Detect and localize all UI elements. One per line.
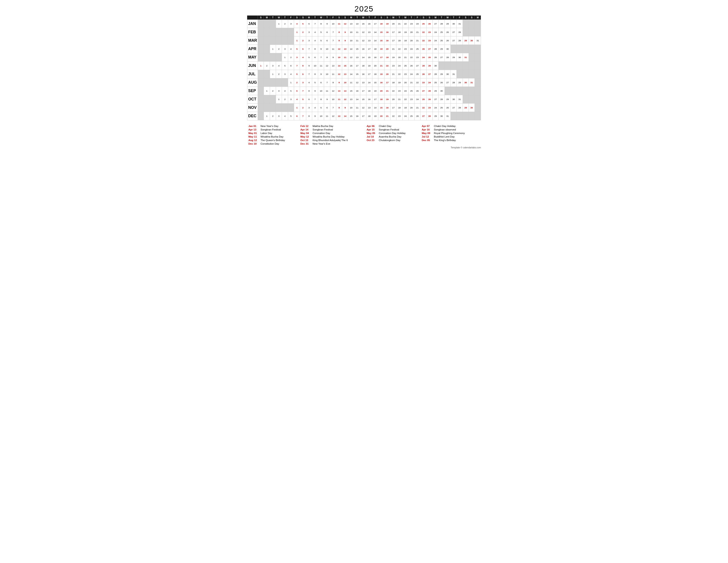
empty-cell xyxy=(463,20,469,28)
day-cell-jun-3: 3 xyxy=(270,62,276,70)
day-cell-may-5: 5 xyxy=(306,53,312,62)
empty-cell xyxy=(457,112,463,120)
day-cell-may-16: 16 xyxy=(372,53,378,62)
day-cell-jun-14: 14 xyxy=(336,62,342,70)
day-cell-sep-19: 19 xyxy=(372,87,378,95)
empty-cell xyxy=(475,70,481,78)
day-cell-feb-2: 2 xyxy=(300,28,306,36)
header-dow-25: T xyxy=(408,16,414,20)
day-cell-jun-13: 13 xyxy=(330,62,336,70)
month-label-oct: OCT xyxy=(247,95,258,103)
day-cell-jun-24: 24 xyxy=(396,62,402,70)
day-cell-oct-26: 26 xyxy=(426,95,432,103)
header-dow-2: T xyxy=(270,16,276,20)
day-cell-oct-1: 1 xyxy=(276,95,282,103)
day-cell-may-30: 30 xyxy=(457,53,463,62)
holidays-table: Jan 01New Year's DayFeb 12Makha Bucha Da… xyxy=(247,124,481,145)
day-cell-feb-28: 28 xyxy=(457,28,463,36)
empty-cell xyxy=(463,70,469,78)
day-cell-nov-13: 13 xyxy=(366,103,372,112)
day-cell-sep-20: 20 xyxy=(378,87,384,95)
empty-cell xyxy=(258,20,264,28)
day-cell-sep-16: 16 xyxy=(354,87,360,95)
month-label-apr: APR xyxy=(247,45,258,53)
day-cell-apr-29: 29 xyxy=(439,45,445,53)
day-cell-oct-22: 22 xyxy=(402,95,408,103)
month-row-dec: DEC1234567891011121314151617181920212223… xyxy=(247,112,481,120)
day-cell-feb-6: 6 xyxy=(324,28,330,36)
day-cell-apr-7: 7 xyxy=(306,45,312,53)
empty-cell xyxy=(264,28,270,36)
day-cell-oct-20: 20 xyxy=(390,95,396,103)
day-cell-aug-2: 2 xyxy=(294,78,300,87)
day-cell-may-1: 1 xyxy=(282,53,288,62)
day-cell-apr-15: 15 xyxy=(354,45,360,53)
empty-cell xyxy=(270,95,276,103)
month-row-jun: JUN1234567891011121314151617181920212223… xyxy=(247,62,481,70)
day-cell-mar-25: 25 xyxy=(439,36,445,45)
header-dow-36: M xyxy=(475,16,481,20)
day-cell-jul-16: 16 xyxy=(360,70,366,78)
day-cell-apr-25: 25 xyxy=(415,45,420,53)
day-cell-oct-28: 28 xyxy=(439,95,445,103)
day-cell-dec-25: 25 xyxy=(408,112,414,120)
holiday-date: Dec 31 xyxy=(299,142,311,145)
day-cell-apr-6: 6 xyxy=(300,45,306,53)
month-label-aug: AUG xyxy=(247,78,258,87)
day-cell-jul-10: 10 xyxy=(324,70,330,78)
day-cell-aug-25: 25 xyxy=(433,78,439,87)
day-cell-jul-31: 31 xyxy=(451,70,457,78)
day-cell-apr-9: 9 xyxy=(318,45,324,53)
day-cell-aug-19: 19 xyxy=(396,78,402,87)
empty-cell xyxy=(475,95,481,103)
header-dow-19: F xyxy=(372,16,378,20)
empty-cell xyxy=(288,103,294,112)
header-dow-29: M xyxy=(433,16,439,20)
day-cell-mar-2: 2 xyxy=(300,36,306,45)
empty-cell xyxy=(276,53,282,62)
day-cell-may-26: 26 xyxy=(433,53,439,62)
day-cell-aug-15: 15 xyxy=(372,78,378,87)
day-cell-nov-1: 1 xyxy=(294,103,300,112)
day-cell-sep-29: 29 xyxy=(433,87,439,95)
empty-cell xyxy=(264,103,270,112)
holiday-name: Wisakha Bucha Day xyxy=(259,135,299,138)
day-cell-nov-27: 27 xyxy=(451,103,457,112)
day-cell-oct-29: 29 xyxy=(445,95,450,103)
day-cell-nov-25: 25 xyxy=(439,103,445,112)
day-cell-nov-9: 9 xyxy=(342,103,348,112)
holiday-name: King Bhumibol Adulyadej The 6 xyxy=(311,138,365,142)
day-cell-jul-25: 25 xyxy=(415,70,420,78)
empty-cell xyxy=(270,53,276,62)
day-cell-nov-16: 16 xyxy=(384,103,390,112)
day-cell-apr-17: 17 xyxy=(366,45,372,53)
day-cell-aug-14: 14 xyxy=(366,78,372,87)
empty-cell xyxy=(439,62,445,70)
month-label-nov: NOV xyxy=(247,103,258,112)
empty-cell xyxy=(258,103,264,112)
day-cell-oct-9: 9 xyxy=(324,95,330,103)
day-cell-jul-7: 7 xyxy=(306,70,312,78)
holiday-name: Coronation Day Holiday xyxy=(377,131,420,135)
empty-cell xyxy=(264,95,270,103)
day-cell-mar-21: 21 xyxy=(415,36,420,45)
day-cell-oct-18: 18 xyxy=(378,95,384,103)
day-cell-dec-8: 8 xyxy=(306,112,312,120)
header-dow-21: S xyxy=(384,16,390,20)
day-cell-apr-23: 23 xyxy=(402,45,408,53)
day-cell-feb-4: 4 xyxy=(312,28,318,36)
day-cell-sep-18: 18 xyxy=(366,87,372,95)
day-cell-sep-28: 28 xyxy=(426,87,432,95)
holiday-date: Apr 14 xyxy=(299,128,311,131)
header-dow-31: W xyxy=(445,16,450,20)
day-cell-jul-4: 4 xyxy=(288,70,294,78)
empty-cell xyxy=(475,87,481,95)
month-label-jan: JAN xyxy=(247,20,258,28)
empty-cell xyxy=(475,28,481,36)
year-title: 2025 xyxy=(247,4,481,13)
holiday-name: New Year's Eve xyxy=(311,142,365,145)
day-cell-jan-27: 27 xyxy=(433,20,439,28)
day-cell-jan-8: 8 xyxy=(318,20,324,28)
day-cell-jul-22: 22 xyxy=(396,70,402,78)
day-cell-sep-23: 23 xyxy=(396,87,402,95)
